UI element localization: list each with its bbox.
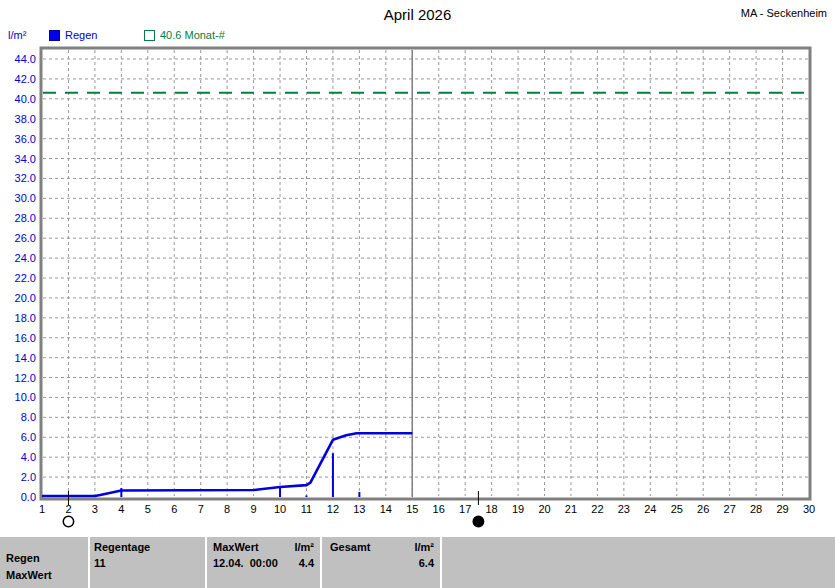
rain-chart: 1234567891011121314151617181920212223242…	[0, 0, 835, 535]
full-moon-icon	[63, 516, 73, 526]
x-tick-label: 10	[274, 503, 286, 515]
chart-gridlines	[43, 50, 808, 496]
y-tick-label: 30.0	[15, 192, 36, 204]
y-tick-label: 42.0	[15, 73, 36, 85]
y-tick-label: 20.0	[15, 292, 36, 304]
x-tick-label: 6	[171, 503, 177, 515]
y-tick-label: 2.0	[21, 471, 36, 483]
x-tick-label: 26	[697, 503, 709, 515]
table-separator	[320, 537, 322, 588]
y-tick-label: 14.0	[15, 352, 36, 364]
gesamt-unit: l/m²	[330, 541, 434, 553]
maxwert-value: 4.4	[213, 557, 314, 569]
x-tick-label: 17	[459, 503, 471, 515]
summary-table: Regen MaxWert Regentage 11 MaxWert l/m² …	[0, 536, 835, 588]
table-separator	[440, 537, 442, 588]
x-tick-label: 13	[353, 503, 365, 515]
y-tick-label: 24.0	[15, 252, 36, 264]
table-separator	[88, 537, 90, 588]
table-row1-label: Regen	[6, 552, 40, 564]
x-tick-label: 14	[380, 503, 392, 515]
x-tick-label: 25	[671, 503, 683, 515]
x-axis-labels: 1234567891011121314151617181920212223242…	[39, 503, 815, 515]
x-tick-label: 15	[406, 503, 418, 515]
y-tick-label: 34.0	[15, 153, 36, 165]
x-tick-label: 20	[538, 503, 550, 515]
x-tick-label: 16	[433, 503, 445, 515]
x-tick-label: 21	[565, 503, 577, 515]
regentage-header: Regentage	[94, 541, 150, 553]
gesamt-value: 6.4	[330, 557, 434, 569]
table-row2-label: MaxWert	[6, 569, 52, 581]
x-tick-label: 12	[327, 503, 339, 515]
y-tick-label: 0.0	[21, 491, 36, 503]
y-tick-label: 10.0	[15, 391, 36, 403]
y-tick-label: 40.0	[15, 93, 36, 105]
chart-frame	[41, 48, 810, 499]
y-tick-label: 4.0	[21, 451, 36, 463]
y-tick-label: 6.0	[21, 431, 36, 443]
table-separator	[205, 537, 207, 588]
x-tick-label: 4	[118, 503, 124, 515]
y-tick-label: 18.0	[15, 312, 36, 324]
x-tick-label: 11	[301, 503, 312, 515]
x-tick-label: 9	[251, 503, 257, 515]
y-tick-label: 44.0	[15, 53, 36, 65]
y-tick-label: 22.0	[15, 272, 36, 284]
y-tick-label: 38.0	[15, 113, 36, 125]
y-tick-label: 8.0	[21, 411, 36, 423]
y-axis-labels: 0.02.04.06.08.010.012.014.016.018.020.02…	[15, 53, 36, 503]
x-tick-label: 7	[198, 503, 204, 515]
new-moon-icon	[473, 516, 483, 526]
y-tick-label: 28.0	[15, 212, 36, 224]
x-tick-label: 1	[39, 503, 45, 515]
x-tick-label: 22	[591, 503, 603, 515]
maxwert-unit: l/m²	[213, 541, 314, 553]
y-tick-label: 16.0	[15, 332, 36, 344]
x-tick-label: 8	[224, 503, 230, 515]
x-tick-label: 27	[724, 503, 736, 515]
regentage-value: 11	[94, 557, 106, 569]
x-tick-label: 28	[750, 503, 762, 515]
x-tick-label: 24	[644, 503, 656, 515]
x-tick-label: 5	[145, 503, 151, 515]
y-tick-label: 12.0	[15, 372, 36, 384]
rain-month-view: April 2026 MA - Seckenheim l/m² Regen 40…	[0, 0, 835, 588]
x-tick-label: 29	[776, 503, 788, 515]
x-tick-label: 23	[618, 503, 630, 515]
y-tick-label: 32.0	[15, 172, 36, 184]
y-tick-label: 36.0	[15, 133, 36, 145]
x-tick-label: 3	[92, 503, 98, 515]
x-tick-label: 2	[65, 503, 71, 515]
x-tick-label: 30	[803, 503, 815, 515]
x-tick-label: 19	[512, 503, 524, 515]
y-tick-label: 26.0	[15, 232, 36, 244]
x-tick-label: 18	[485, 503, 497, 515]
